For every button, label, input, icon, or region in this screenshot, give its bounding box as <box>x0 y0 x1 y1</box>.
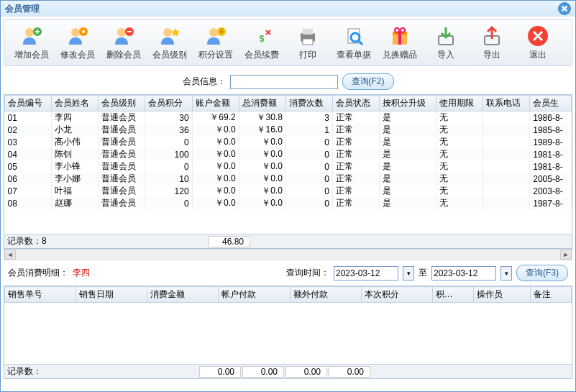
exit-label: 退出 <box>529 49 547 61</box>
query-button[interactable]: 查询(F2) <box>342 73 394 90</box>
del-member-label: 删除会员 <box>106 49 141 61</box>
svg-point-21 <box>401 28 405 32</box>
col-header[interactable]: 联系电话 <box>483 96 530 111</box>
date-from-picker-icon[interactable]: ▾ <box>403 266 414 281</box>
col-header[interactable]: 操作员 <box>474 287 530 303</box>
time-label: 查询时间： <box>286 267 329 279</box>
add-member-icon <box>20 24 43 47</box>
sum-v4: 0.00 <box>329 366 370 378</box>
add-member-button[interactable]: 增加会员 <box>12 24 52 61</box>
table-row[interactable]: 04陈钊普通会员 100￥0.0￥0.0 0正常是无1981-8- <box>5 148 572 160</box>
svg-point-5 <box>117 28 126 37</box>
col-header[interactable]: 会员编号 <box>5 96 52 111</box>
exit-icon <box>526 24 549 47</box>
col-header[interactable]: 总消费额 <box>239 96 285 111</box>
col-header[interactable]: 会员生 <box>530 96 572 111</box>
print-label: 打印 <box>299 49 316 61</box>
svg-point-4 <box>82 30 85 33</box>
date-to-input[interactable] <box>431 266 496 281</box>
redeem-icon <box>388 24 411 47</box>
sum-v3: 0.00 <box>285 366 327 378</box>
hscroll-1[interactable]: ◄► <box>4 249 572 260</box>
col-header[interactable]: 会员积分 <box>145 96 192 111</box>
exit-button[interactable]: 退出 <box>518 24 558 61</box>
renew-label: 会员续费 <box>244 49 279 61</box>
edit-member-icon <box>66 24 89 47</box>
search-input[interactable] <box>230 75 338 89</box>
table-row[interactable]: 03高小伟普通会员 0￥0.0￥0.0 0正常是无1989-8- <box>5 136 572 148</box>
titlebar: 会员管理 <box>1 1 575 17</box>
svg-rect-19 <box>398 32 401 45</box>
export-label: 导出 <box>483 49 500 61</box>
summary-total: 46.80 <box>209 236 250 247</box>
renew-button[interactable]: $ 会员续费 <box>242 24 282 61</box>
redeem-button[interactable]: 兑换赠品 <box>380 24 420 61</box>
del-member-button[interactable]: 删除会员 <box>104 24 144 61</box>
table-row[interactable]: 06李小娜普通会员 10￥0.0￥0.0 0正常是无2005-8- <box>5 173 572 185</box>
table-row[interactable]: 07叶福普通会员 120￥0.0￥0.0 0正常是无2003-8- <box>5 185 572 197</box>
import-button[interactable]: 导入 <box>426 24 466 61</box>
table-row[interactable]: 05李小锋普通会员 0￥0.0￥0.0 0正常是无1981-8- <box>5 160 572 173</box>
summary-bar-2: 记录数： 0.00 0.00 0.00 0.00 <box>4 364 572 378</box>
col-header[interactable]: 账户金额 <box>192 96 239 111</box>
redeem-label: 兑换赠品 <box>383 49 417 61</box>
sum-v1: 0.00 <box>199 366 241 378</box>
search-bar: 会员信息： 查询(F2) <box>1 69 575 94</box>
members-grid: 会员编号会员姓名会员级别会员积分账户金额总消费额消费次数会员状态按积分升级使用期… <box>4 94 572 249</box>
toolbar: 增加会员 修改会员 删除会员 会员级别 ¥ 积分设置 $ 会员续费 打印 查看单… <box>4 19 572 66</box>
view-doc-icon <box>342 24 365 47</box>
svg-text:$: $ <box>260 34 265 44</box>
rec-count: 8 <box>42 236 47 246</box>
query-detail-button[interactable]: 查询(F3) <box>516 265 568 281</box>
view-doc-button[interactable]: 查看单据 <box>334 24 374 61</box>
export-button[interactable]: 导出 <box>472 24 512 61</box>
import-label: 导入 <box>437 49 454 61</box>
col-header[interactable]: 销售单号 <box>5 287 76 303</box>
view-doc-label: 查看单据 <box>337 49 371 61</box>
svg-point-2 <box>71 28 80 37</box>
detail-member-name: 李四 <box>73 267 90 279</box>
col-header[interactable]: 会员状态 <box>332 96 379 111</box>
col-header[interactable]: 会员级别 <box>99 96 145 111</box>
detail-grid: 销售单号销售日期消费金额帐户付款额外付款本次积分积…操作员备注 记录数： 0.0… <box>4 286 572 379</box>
table-row[interactable]: 08赵娜普通会员 0￥0.0￥0.0 0正常是无1987-8- <box>5 197 572 209</box>
add-member-label: 增加会员 <box>14 49 49 61</box>
svg-point-8 <box>209 28 218 37</box>
col-header[interactable]: 消费金额 <box>147 287 219 303</box>
close-icon[interactable] <box>558 2 571 15</box>
points-set-label: 积分设置 <box>198 49 233 61</box>
svg-point-0 <box>25 28 34 37</box>
date-to-picker-icon[interactable]: ▾ <box>500 266 512 281</box>
renew-icon: $ <box>250 24 273 47</box>
date-from-input[interactable] <box>334 266 398 281</box>
window-title: 会员管理 <box>5 3 558 15</box>
print-button[interactable]: 打印 <box>288 24 328 61</box>
col-header[interactable]: 会员姓名 <box>52 96 99 111</box>
import-icon <box>434 24 457 47</box>
col-header[interactable]: 帐户付款 <box>219 287 290 303</box>
detail-filter-bar: 会员消费明细： 李四 查询时间： ▾ 至 ▾ 查询(F3) <box>1 260 575 286</box>
member-level-button[interactable]: 会员级别 <box>150 24 190 61</box>
detail-label: 会员消费明细： <box>8 267 68 279</box>
col-header[interactable]: 使用期限 <box>436 96 483 111</box>
member-level-icon <box>158 24 181 47</box>
member-level-label: 会员级别 <box>152 49 187 61</box>
edit-member-button[interactable]: 修改会员 <box>58 24 98 61</box>
svg-text:¥: ¥ <box>219 27 224 37</box>
export-icon <box>480 24 503 47</box>
col-header[interactable]: 消费次数 <box>285 96 332 111</box>
points-set-icon: ¥ <box>204 24 227 47</box>
edit-member-label: 修改会员 <box>60 49 95 61</box>
points-set-button[interactable]: ¥ 积分设置 <box>196 24 236 61</box>
table-row[interactable]: 02小龙普通会员 36￥0.0￥16.0 1正常是无1985-8- <box>5 124 572 136</box>
col-header[interactable]: 额外付款 <box>290 287 361 303</box>
col-header[interactable]: 备注 <box>530 287 572 303</box>
col-header[interactable]: 本次积分 <box>361 287 432 303</box>
svg-rect-14 <box>303 39 313 45</box>
svg-point-7 <box>163 28 172 37</box>
rec-count-label: 记录数： <box>7 236 42 246</box>
col-header[interactable]: 销售日期 <box>76 287 147 303</box>
col-header[interactable]: 积… <box>432 287 473 303</box>
table-row[interactable]: 01李四普通会员 30￥69.2￥30.8 3正常是无1986-8- <box>5 111 572 124</box>
col-header[interactable]: 按积分升级 <box>380 96 436 111</box>
